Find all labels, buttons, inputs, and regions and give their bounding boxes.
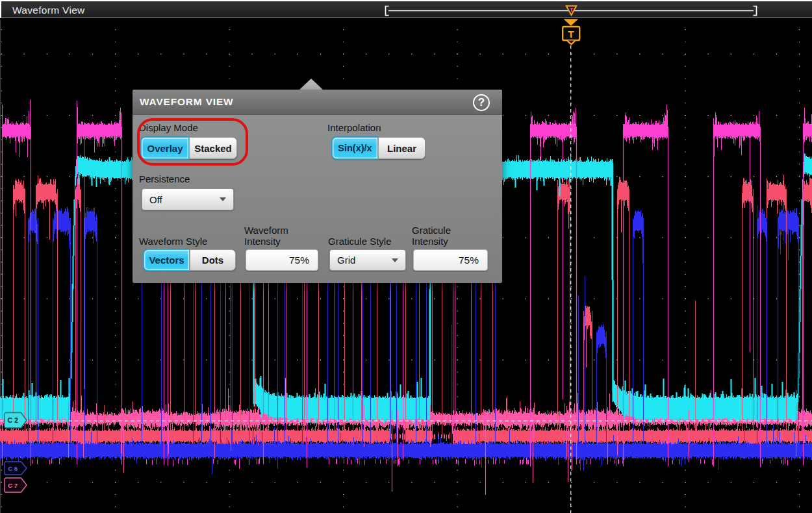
svg-text:C 2: C 2 [8, 416, 19, 424]
svg-text:C 6: C 6 [8, 465, 18, 472]
svg-text:C 7: C 7 [8, 482, 18, 489]
